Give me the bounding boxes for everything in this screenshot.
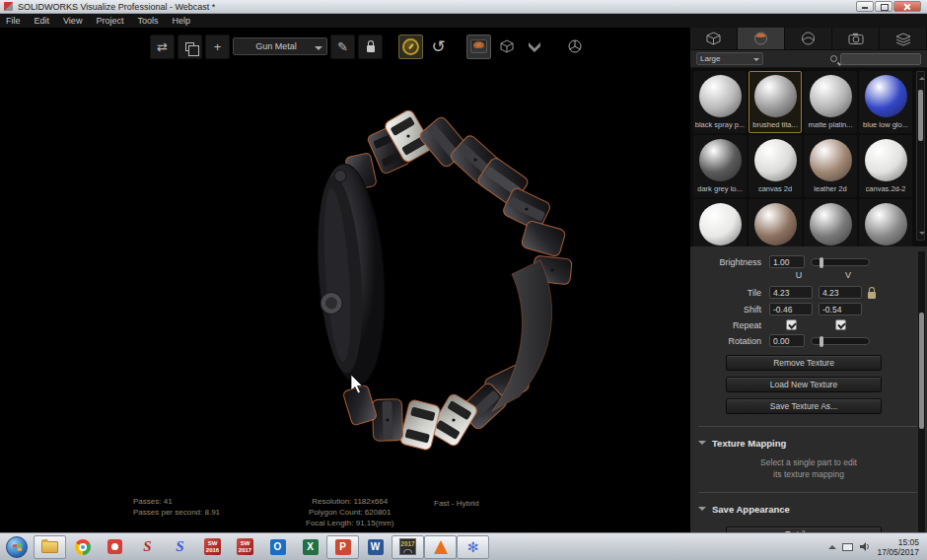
sw-2016-icon: SW2016 (204, 538, 221, 555)
tile-u-field[interactable] (769, 286, 813, 299)
menu-file[interactable]: File (6, 16, 21, 26)
scrollbar-thumb[interactable] (918, 90, 923, 141)
transfer-appearance-button[interactable]: ⇄ (150, 35, 175, 59)
material-sphere (699, 203, 742, 245)
properties-scrollbar[interactable] (917, 250, 926, 532)
taskbar-sw-2017[interactable]: SW2017 (229, 535, 261, 559)
folder-icon (41, 541, 58, 553)
watch-face-mode-button[interactable] (398, 35, 423, 59)
appearance-part-mode-button[interactable] (466, 35, 491, 59)
tab-environments[interactable] (785, 28, 832, 49)
shift-u-field[interactable] (769, 303, 813, 315)
appearance-part-icon (470, 39, 487, 53)
material-thumb[interactable] (749, 199, 802, 246)
excel-icon: X (303, 539, 319, 555)
menu-view[interactable]: View (63, 16, 82, 26)
s-logo-icon: S (176, 538, 183, 555)
repeat-u-checkbox[interactable] (786, 319, 797, 330)
rotation-slider[interactable] (811, 337, 870, 345)
aperture-icon (567, 38, 583, 54)
taskbar-explorer[interactable] (34, 535, 66, 559)
library-scrollbar[interactable] (916, 71, 925, 241)
brightness-slider[interactable] (811, 258, 870, 266)
tray-expand-icon[interactable] (828, 541, 836, 549)
tab-cameras[interactable] (832, 28, 880, 49)
menu-tools[interactable]: Tools (137, 16, 158, 26)
shift-v-field[interactable] (819, 303, 862, 315)
palette-tabs (690, 28, 927, 50)
tab-appearances[interactable] (738, 28, 785, 49)
menu-project[interactable]: Project (96, 16, 123, 26)
thumbnail-size-dropdown[interactable]: Large (696, 52, 763, 65)
taskbar-outlook[interactable]: O (261, 535, 294, 559)
material-thumb[interactable]: canvas.2d-2 (859, 135, 912, 197)
lock-button[interactable] (358, 35, 383, 59)
remove-texture-button[interactable]: Remove Texture (726, 355, 882, 371)
taskbar-word[interactable]: W (359, 535, 392, 559)
save-texture-as-button[interactable]: Save Texture As... (726, 398, 882, 414)
scroll-down-icon[interactable] (919, 232, 925, 238)
texture-mapping-section-header[interactable]: Texture Mapping (698, 437, 927, 449)
material-thumb[interactable] (804, 199, 857, 246)
taskbar-solidworks-red[interactable]: S (131, 535, 164, 559)
taskbar-pin-app[interactable] (99, 535, 131, 559)
divider (698, 492, 919, 493)
add-appearance-button[interactable]: + (205, 35, 230, 59)
repeat-v-checkbox[interactable] (835, 319, 846, 330)
tile-v-field[interactable] (819, 286, 862, 299)
taskbar-powerpoint[interactable]: P (326, 535, 359, 559)
duplicate-appearance-button[interactable] (178, 35, 202, 59)
speaker-icon[interactable] (859, 541, 871, 552)
material-thumb[interactable]: canvas 2d (749, 135, 802, 197)
taskbar-chrome[interactable] (66, 535, 99, 559)
model-mode-button[interactable] (494, 35, 519, 59)
maximize-button[interactable] (875, 1, 892, 12)
tile-label: Tile (690, 288, 769, 298)
taskbar-composer[interactable]: ✻ (457, 535, 489, 559)
watch-3d-render[interactable] (0, 28, 690, 532)
3d-viewport[interactable]: ⇄ + Gun Metal ✎ ↺ Passes: 41 Passes per … (0, 28, 690, 532)
material-thumb[interactable] (693, 199, 747, 246)
taskbar-visualize-2017[interactable]: 2017 (392, 535, 424, 559)
material-thumb[interactable]: dark grey lo... (693, 135, 747, 197)
split-mode-button[interactable] (522, 35, 546, 59)
material-sphere (699, 75, 742, 117)
close-button[interactable] (893, 1, 921, 12)
display-tray-icon[interactable] (842, 543, 853, 551)
menu-help[interactable]: Help (172, 16, 190, 26)
pencil-icon: ✎ (337, 39, 348, 54)
material-thumb[interactable]: leather 2d (804, 135, 857, 197)
chevron-down-icon (698, 507, 706, 515)
scroll-up-icon[interactable] (919, 74, 925, 80)
load-new-texture-button[interactable]: Load New Texture (726, 377, 882, 392)
appearance-name-dropdown[interactable]: Gun Metal (233, 37, 327, 55)
edit-appearance-button[interactable]: ✎ (330, 35, 355, 59)
tab-models[interactable] (690, 28, 738, 49)
rotation-field[interactable] (769, 334, 805, 347)
sw-2017-icon: SW2017 (237, 538, 253, 555)
material-thumb[interactable]: matte platin... (804, 71, 857, 133)
search-icon (830, 55, 837, 62)
start-button[interactable] (6, 536, 28, 558)
appearance-sphere-icon (752, 31, 769, 46)
material-thumb[interactable] (859, 199, 912, 246)
material-thumb-selected[interactable]: brushed tita... (749, 71, 802, 133)
render-button[interactable] (562, 35, 587, 59)
material-sphere (754, 75, 797, 117)
taskbar-solidworks-blue[interactable]: S (164, 535, 196, 559)
tile-lock-icon[interactable] (868, 292, 876, 299)
menu-edit[interactable]: Edit (35, 16, 50, 26)
brightness-field[interactable] (769, 255, 805, 268)
taskbar-clock[interactable]: 15:05 17/05/2017 (877, 537, 919, 557)
taskbar-sw-2016[interactable]: SW2016 (196, 535, 229, 559)
save-appearance-section-header[interactable]: Save Appearance (698, 503, 927, 515)
taskbar-excel[interactable]: X (294, 535, 326, 559)
tab-scenes[interactable] (880, 28, 927, 49)
search-input[interactable] (840, 53, 921, 65)
material-thumb[interactable]: blue low glo... (859, 71, 912, 133)
material-thumb[interactable]: black spray p... (693, 71, 747, 133)
taskbar-vlc[interactable] (424, 535, 457, 559)
scrollbar-thumb[interactable] (919, 313, 924, 429)
minimize-button[interactable] (856, 1, 874, 12)
turntable-button[interactable]: ↺ (426, 35, 451, 59)
